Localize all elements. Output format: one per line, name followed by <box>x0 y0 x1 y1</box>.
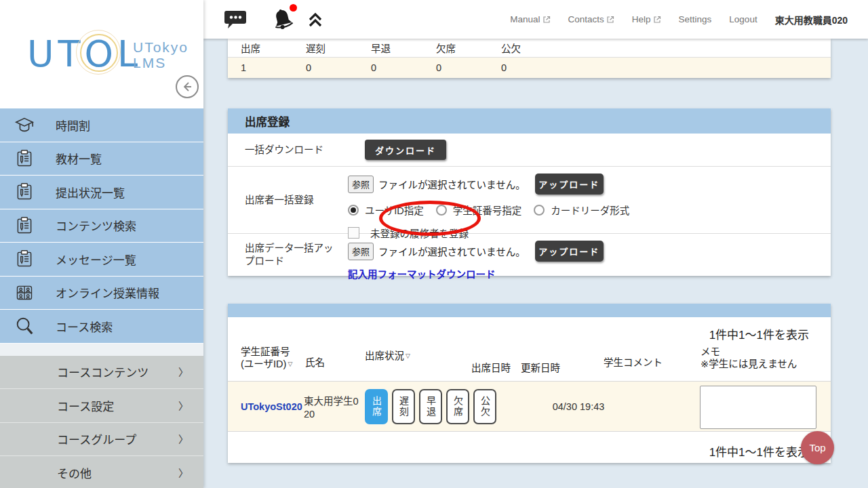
radio-card-reader[interactable]: カードリーダ形式 <box>534 203 629 217</box>
logo-area: UTOL UTokyo LMS <box>0 0 203 108</box>
logout-link[interactable]: Logout <box>729 14 757 24</box>
format-download-link[interactable]: 記入用フォーマットダウンロード <box>348 266 496 281</box>
contacts-link-label: Contacts <box>568 14 604 24</box>
current-user-name[interactable]: 東大用教職員020 <box>775 13 848 26</box>
radio-button-icon[interactable] <box>348 205 359 216</box>
sidebar-item-others[interactable]: その他 〉 <box>0 456 203 488</box>
column-header-updated-at: 更新日時 <box>521 362 560 374</box>
status-button-early-leave[interactable]: 早退 <box>419 389 442 424</box>
notification-dot <box>290 4 297 12</box>
sidebar: UTOL UTokyo LMS 時間割 教材一覧 提 <box>0 0 203 488</box>
sidebar-item-label: コースコンテンツ <box>57 363 149 380</box>
settings-link-label: Settings <box>679 14 712 24</box>
browse-button[interactable]: 参照 <box>348 176 374 193</box>
chat-icon[interactable] <box>224 9 247 30</box>
summary-value-early-leave: 0 <box>371 62 436 73</box>
data-upload-label: 出席データ一括アップロード <box>228 234 348 276</box>
status-button-absent[interactable]: 欠席 <box>446 389 469 424</box>
chevron-right-icon: 〉 <box>178 432 189 446</box>
summary-header-early-leave: 早退 <box>371 41 436 55</box>
sidebar-item-label: その他 <box>57 464 92 481</box>
summary-header-absent: 欠席 <box>436 41 501 55</box>
file-status-text: ファイルが選択されていません。 <box>378 177 526 191</box>
student-id-header-line2: (ユーザID) <box>241 359 286 369</box>
sidebar-item-label: コンテンツ検索 <box>56 217 136 234</box>
memo-input[interactable] <box>700 386 816 429</box>
clipboard-icon <box>14 181 35 203</box>
status-button-late[interactable]: 遅刻 <box>392 389 415 424</box>
status-button-excused[interactable]: 公欠 <box>473 389 496 424</box>
chevron-right-icon: 〉 <box>178 466 189 480</box>
scroll-to-top-button[interactable]: Top <box>801 431 834 464</box>
utol-logo[interactable]: UTOL <box>27 33 142 75</box>
student-id-link[interactable]: UTokyoSt020 <box>241 401 302 412</box>
table-row: UTokyoSt020 東大用学生020 出席 遅刻 早退 欠席 公欠 04/3… <box>228 381 831 432</box>
column-header-student-comment: 学生コメント <box>604 357 663 369</box>
summary-header-row: 出席 遅刻 早退 欠席 公欠 <box>228 39 831 58</box>
help-link[interactable]: Help <box>632 14 661 24</box>
settings-link[interactable]: Settings <box>679 14 712 24</box>
sidebar-item-label: 時間割 <box>56 117 90 134</box>
chevron-right-icon: 〉 <box>178 365 189 379</box>
sidebar-item-label: 提出状況一覧 <box>56 184 125 201</box>
column-header-name: 氏名 <box>305 357 325 369</box>
summary-value-late: 0 <box>306 62 371 73</box>
sidebar-item-course-contents[interactable]: コースコンテンツ 〉 <box>0 356 203 390</box>
external-link-icon <box>653 16 661 24</box>
radio-button-icon[interactable] <box>436 205 447 216</box>
attendee-bulk-register-row: 出席者一括登録 参照 ファイルが選択されていません。 アップロード ユーザID指… <box>228 167 831 234</box>
main-content: 出席 遅刻 早退 欠席 公欠 1 0 0 0 0 出席登録 一括ダウンロード ダ… <box>203 39 868 488</box>
result-count-top: 1件中1〜1件を表示 <box>709 325 809 342</box>
manual-link[interactable]: Manual <box>510 14 550 24</box>
updated-at-value: 04/30 19:43 <box>534 401 623 412</box>
status-button-present[interactable]: 出席 <box>365 389 388 424</box>
radio-student-number[interactable]: 学生証番号指定 <box>436 203 522 217</box>
search-icon <box>14 315 35 337</box>
attendance-summary-table: 出席 遅刻 早退 欠席 公欠 1 0 0 0 0 <box>228 39 831 78</box>
column-header-attended-at: 出席日時 <box>471 362 511 374</box>
collapse-up-icon[interactable] <box>307 11 324 28</box>
sidebar-item-content-search[interactable]: コンテンツ検索 <box>0 209 203 243</box>
column-header-status[interactable]: 出席状況▽ <box>365 350 410 362</box>
sort-icon[interactable]: ▽ <box>288 361 292 367</box>
upload-button[interactable]: アップロード <box>535 241 604 262</box>
sidebar-item-online-class-info[interactable]: オンライン授業情報 <box>0 277 203 310</box>
table-header-bar <box>228 304 831 317</box>
sidebar-item-materials[interactable]: 教材一覧 <box>0 142 203 176</box>
column-header-memo: メモ ※学生には見えません <box>701 346 797 370</box>
sidebar-item-submission-status[interactable]: 提出状況一覧 <box>0 176 203 209</box>
memo-header-line1: メモ <box>701 346 720 357</box>
graduation-cap-icon <box>14 114 35 136</box>
summary-value-row: 1 0 0 0 0 <box>228 58 831 78</box>
clipboard-icon <box>14 215 35 237</box>
summary-header-present: 出席 <box>241 41 306 55</box>
attendance-registration-section: 出席登録 一括ダウンロード ダウンロード 出席者一括登録 参照 ファイルが選択さ… <box>228 108 831 276</box>
sidebar-item-timetable[interactable]: 時間割 <box>0 108 203 142</box>
radio-user-id[interactable]: ユーザID指定 <box>348 203 424 217</box>
sidebar-divider <box>0 344 203 356</box>
sidebar-item-label: オンライン授業情報 <box>56 284 159 301</box>
upload-button[interactable]: アップロード <box>535 174 604 195</box>
arrow-left-icon <box>181 81 193 93</box>
contacts-link[interactable]: Contacts <box>568 14 614 24</box>
column-header-student-id[interactable]: 学生証番号 (ユーザID)▽ <box>241 346 292 370</box>
radio-button-icon[interactable] <box>534 205 545 216</box>
summary-value-present: 1 <box>241 62 306 73</box>
sidebar-item-course-settings[interactable]: コース設定 〉 <box>0 389 203 423</box>
sidebar-item-course-search[interactable]: コース検索 <box>0 310 203 344</box>
sidebar-item-course-group[interactable]: コースグループ 〉 <box>0 423 203 457</box>
attendee-bulk-label: 出席者一括登録 <box>228 167 348 233</box>
sidebar-sub-nav: コースコンテンツ 〉 コース設定 〉 コースグループ 〉 その他 〉 <box>0 356 203 488</box>
chevron-right-icon: 〉 <box>178 399 189 413</box>
summary-header-excused: 公欠 <box>501 41 566 55</box>
sidebar-item-label: コースグループ <box>57 430 136 447</box>
browse-button[interactable]: 参照 <box>348 243 374 260</box>
bell-icon[interactable] <box>270 7 296 33</box>
sort-icon[interactable]: ▽ <box>406 352 410 359</box>
download-button[interactable]: ダウンロード <box>365 140 446 160</box>
section-title: 出席登録 <box>228 108 831 134</box>
sidebar-collapse-button[interactable] <box>176 75 199 98</box>
sidebar-item-messages[interactable]: メッセージ一覧 <box>0 243 203 277</box>
topbar: Manual Contacts Help Settings Logout 東大用… <box>203 0 868 39</box>
bulk-download-label: 一括ダウンロード <box>228 134 348 166</box>
